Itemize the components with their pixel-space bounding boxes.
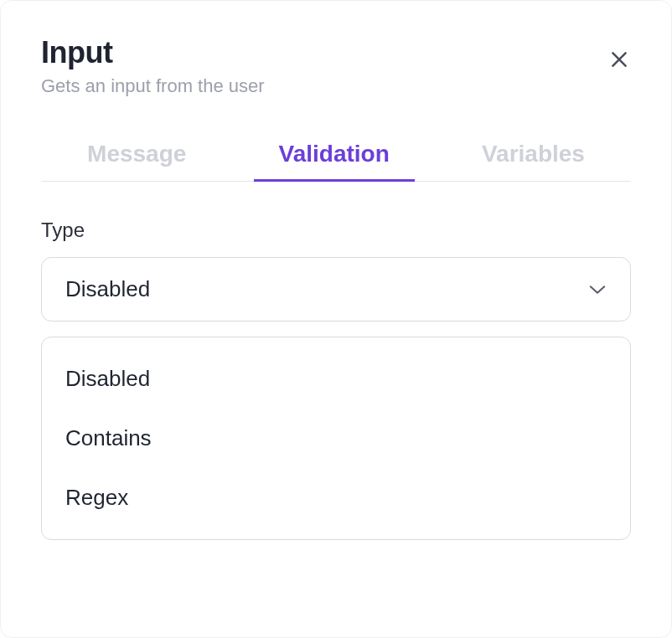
- dropdown-option-regex[interactable]: Regex: [42, 468, 630, 527]
- type-field-section: Type Disabled Disabled Contains Regex: [41, 219, 631, 540]
- tabs-bar: Message Validation Variables: [41, 141, 631, 182]
- panel-subtitle: Gets an input from the user: [41, 75, 265, 97]
- type-select-value: Disabled: [65, 276, 150, 302]
- title-block: Input Gets an input from the user: [41, 34, 265, 97]
- tab-validation[interactable]: Validation: [272, 141, 396, 181]
- close-icon: [608, 49, 630, 74]
- panel-header: Input Gets an input from the user: [41, 34, 631, 97]
- type-select[interactable]: Disabled: [41, 257, 631, 322]
- chevron-down-icon: [588, 280, 607, 299]
- input-config-panel: Input Gets an input from the user Messag…: [0, 0, 672, 638]
- dropdown-option-disabled[interactable]: Disabled: [42, 349, 630, 409]
- type-dropdown: Disabled Contains Regex: [41, 337, 631, 540]
- tab-variables[interactable]: Variables: [475, 141, 592, 181]
- dropdown-option-contains[interactable]: Contains: [42, 409, 630, 468]
- panel-title: Input: [41, 34, 265, 70]
- type-field-label: Type: [41, 219, 631, 242]
- close-button[interactable]: [607, 49, 631, 73]
- tab-message[interactable]: Message: [80, 141, 193, 181]
